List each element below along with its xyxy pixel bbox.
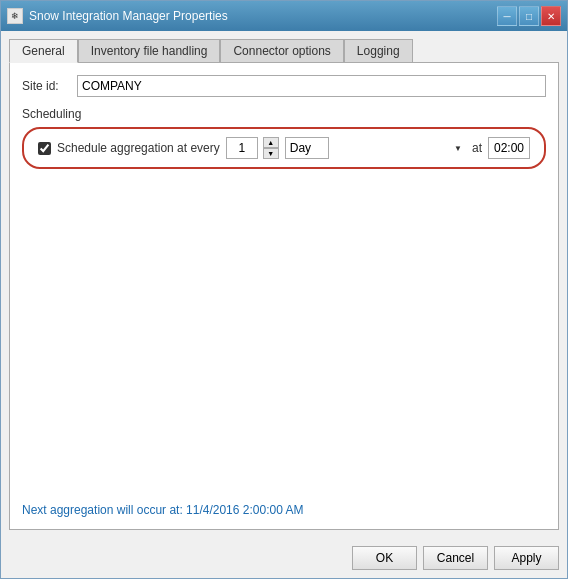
dialog-footer: OK Cancel Apply: [1, 538, 567, 578]
schedule-spinner: ▲ ▼: [263, 137, 279, 159]
site-id-label: Site id:: [22, 79, 77, 93]
schedule-unit-dropdown-wrap: Day Week Month ▼: [285, 137, 466, 159]
maximize-button[interactable]: □: [519, 6, 539, 26]
schedule-number-input[interactable]: [226, 137, 258, 159]
dropdown-arrow-icon: ▼: [454, 144, 462, 153]
spinner-down-button[interactable]: ▼: [263, 148, 279, 159]
scheduling-label: Scheduling: [22, 107, 546, 121]
tab-general[interactable]: General: [9, 39, 78, 63]
schedule-unit-dropdown[interactable]: Day Week Month: [285, 137, 329, 159]
window-title: Snow Integration Manager Properties: [29, 9, 228, 23]
close-button[interactable]: ✕: [541, 6, 561, 26]
time-input[interactable]: [488, 137, 530, 159]
ok-button[interactable]: OK: [352, 546, 417, 570]
next-aggregation-text: Next aggregation will occur at: 11/4/201…: [22, 503, 546, 517]
tab-connector-options[interactable]: Connector options: [220, 39, 343, 62]
site-id-row: Site id:: [22, 75, 546, 97]
title-bar: ❄ Snow Integration Manager Properties ─ …: [1, 1, 567, 31]
minimize-button[interactable]: ─: [497, 6, 517, 26]
content-spacer: [22, 169, 546, 503]
site-id-input[interactable]: [77, 75, 546, 97]
apply-button[interactable]: Apply: [494, 546, 559, 570]
scheduling-box: Schedule aggregation at every ▲ ▼ Day We…: [22, 127, 546, 169]
app-icon: ❄: [7, 8, 23, 24]
schedule-text: Schedule aggregation at every: [57, 141, 220, 155]
content-area: General Inventory file handling Connecto…: [1, 31, 567, 538]
title-bar-left: ❄ Snow Integration Manager Properties: [7, 8, 228, 24]
title-bar-controls: ─ □ ✕: [497, 6, 561, 26]
schedule-checkbox[interactable]: [38, 142, 51, 155]
tab-logging[interactable]: Logging: [344, 39, 413, 62]
tab-inventory-file-handling[interactable]: Inventory file handling: [78, 39, 221, 62]
tab-content-general: Site id: Scheduling Schedule aggregation…: [9, 62, 559, 530]
cancel-button[interactable]: Cancel: [423, 546, 488, 570]
spinner-up-button[interactable]: ▲: [263, 137, 279, 148]
main-window: ❄ Snow Integration Manager Properties ─ …: [0, 0, 568, 579]
app-icon-symbol: ❄: [11, 11, 19, 21]
at-label: at: [472, 141, 482, 155]
tab-bar: General Inventory file handling Connecto…: [9, 39, 559, 62]
